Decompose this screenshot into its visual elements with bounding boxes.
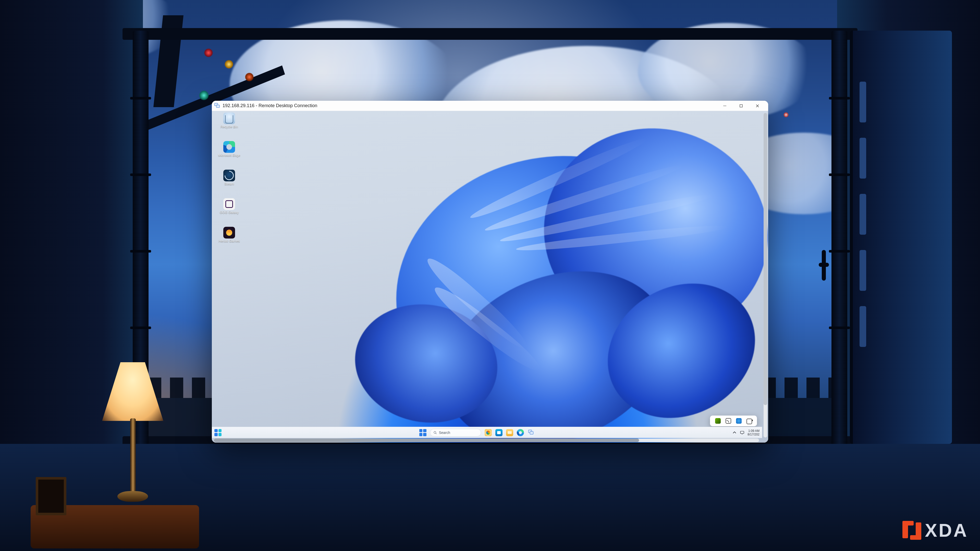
remote-vertical-scrollbar[interactable] <box>764 113 767 437</box>
remote-desktop-window: 192.168.29.116 - Remote Desktop Connecti… <box>212 101 768 443</box>
edge-icon <box>223 141 235 153</box>
remote-horizontal-scrollbar[interactable] <box>214 438 759 442</box>
tray-overflow-button[interactable] <box>732 430 737 435</box>
desktop-icon-label: Microsoft Edge <box>218 154 240 157</box>
taskbar-search-placeholder: Search <box>439 430 450 435</box>
desktop-icon-steam[interactable]: Steam <box>215 170 244 197</box>
recycle-bin-icon <box>223 113 235 124</box>
close-icon <box>756 104 759 108</box>
taskbar-copilot-button[interactable] <box>485 429 492 436</box>
minimize-button[interactable] <box>717 101 733 111</box>
xda-logo-icon <box>902 521 921 540</box>
tray-popup[interactable] <box>710 416 757 426</box>
taskbar-store-button[interactable] <box>495 429 503 436</box>
svg-rect-1 <box>740 105 742 107</box>
svg-point-4 <box>434 431 436 433</box>
maximize-icon <box>739 104 743 108</box>
nvidia-icon[interactable] <box>715 418 721 424</box>
taskbar-clock-time: 1:09 AM <box>748 429 759 433</box>
search-icon <box>433 431 437 434</box>
taskbar-edge-button[interactable] <box>517 429 524 436</box>
taskbar-remote-desktop-button[interactable] <box>528 429 535 436</box>
onedrive-icon[interactable] <box>736 418 741 424</box>
remote-desktop-icon <box>215 103 220 109</box>
taskbar-explorer-button[interactable] <box>506 429 513 436</box>
lamp-decor <box>87 362 179 526</box>
remote-desktop-area[interactable]: Recycle Bin Microsoft Edge Steam GOG Gal… <box>212 111 768 443</box>
svg-rect-6 <box>741 431 744 433</box>
desktop-icon-label: Steam <box>224 182 234 186</box>
desktop-icon-heroic[interactable]: Heroic Games <box>215 227 244 254</box>
taskbar-start-button[interactable] <box>419 429 426 436</box>
desktop-icon-label: Recycle Bin <box>221 125 238 129</box>
desktop-icon-gog[interactable]: GOG Galaxy <box>215 198 244 225</box>
desktop-icon-label: GOG Galaxy <box>220 211 239 214</box>
xda-watermark: XDA <box>902 520 968 541</box>
taskbar-clock[interactable]: 1:09 AM 8/17/202 <box>748 429 759 436</box>
taskbar-search[interactable]: Search <box>430 429 481 437</box>
battery-icon[interactable] <box>746 419 752 424</box>
steam-icon <box>223 170 235 181</box>
window-titlebar[interactable]: 192.168.29.116 - Remote Desktop Connecti… <box>212 101 768 111</box>
cast-icon[interactable] <box>725 418 731 424</box>
network-icon[interactable] <box>740 430 745 435</box>
xda-watermark-text: XDA <box>925 520 968 541</box>
desktop-icon-recycle-bin[interactable]: Recycle Bin <box>215 113 244 140</box>
maximize-button[interactable] <box>733 101 749 111</box>
taskbar-clock-date: 8/17/202 <box>748 433 759 436</box>
desktop-icon-label: Heroic Games <box>218 239 240 243</box>
close-button[interactable] <box>749 101 765 111</box>
gog-icon <box>223 198 235 210</box>
svg-line-5 <box>436 433 436 434</box>
remote-taskbar: Search 1:09 AM 8/17/202 <box>212 427 762 438</box>
desktop-icon-edge[interactable]: Microsoft Edge <box>215 141 244 168</box>
heroic-icon <box>223 227 235 238</box>
window-title: 192.168.29.116 - Remote Desktop Connecti… <box>223 103 317 108</box>
taskbar-widgets-button[interactable] <box>215 429 221 436</box>
minimize-icon <box>723 104 727 108</box>
